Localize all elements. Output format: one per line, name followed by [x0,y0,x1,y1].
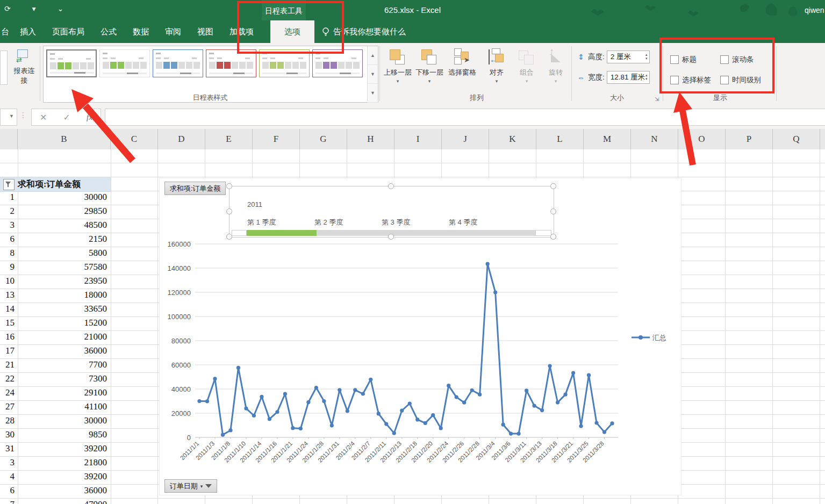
pivot-row-value[interactable]: 29850 [15,206,111,220]
dropdown-arrow-icon[interactable]: ▾ [383,78,413,84]
selection-handle[interactable] [226,183,232,189]
pivot-row[interactable]: 348500 [0,220,111,234]
arrange-button-align[interactable]: ←对齐▾ [482,48,512,84]
timeline-quarter-label[interactable]: 第 3 季度 [382,218,446,227]
pivot-row[interactable]: 1433650 [0,304,111,318]
column-header-L[interactable]: L [536,129,584,149]
arrange-button-selection-pane[interactable]: ➤选择窗格 [447,48,477,77]
insert-function-icon[interactable]: fx [87,113,92,122]
pivot-row-label[interactable]: 13 [0,290,15,304]
row-filter-icon[interactable] [3,179,15,190]
pivot-row[interactable]: 2741100 [0,401,111,415]
timeline-slicer[interactable]: 2011 第 1 季度第 2 季度第 3 季度第 4 季度 [229,186,554,237]
ribbon-tab[interactable]: 页面布局 [44,20,92,43]
name-box[interactable]: ▼ [0,109,17,126]
selection-handle[interactable] [550,208,556,214]
pivot-row-label[interactable]: 3 [0,220,15,234]
dropdown-arrow-icon[interactable]: ▾ [482,78,512,84]
name-box-dropdown-icon[interactable]: ▼ [9,113,14,119]
pivot-row-value[interactable]: 5800 [15,248,111,262]
pivot-row[interactable]: 321800 [0,457,111,471]
pivot-row[interactable]: 1318000 [0,290,111,304]
pivot-row[interactable]: 62150 [0,234,111,248]
arrange-button-bring-forward[interactable]: 上移一层▾ [383,48,413,84]
column-header-P[interactable]: P [726,129,773,149]
pivot-row-value[interactable]: 7700 [15,359,111,373]
timeline-style-blue[interactable] [153,49,203,77]
column-header-C[interactable]: C [111,129,158,149]
pivot-row-label[interactable]: 6 [0,485,15,499]
pivot-row-value[interactable]: 7300 [15,373,111,387]
pivot-row[interactable]: 130000 [0,192,111,206]
chart-value-field-button[interactable]: 求和项:订单金额 [164,182,226,195]
checkbox-unchecked[interactable] [670,76,679,84]
pivot-row-value[interactable]: 30000 [15,192,111,206]
pivot-row-label[interactable]: 10 [0,276,15,290]
formula-input[interactable] [105,109,825,126]
timeline-selected-range[interactable] [247,230,317,236]
timeline-track-end-cap[interactable] [535,230,551,236]
pivot-row-value[interactable]: 36000 [15,485,111,499]
pivot-row-value[interactable]: 23950 [15,276,111,290]
column-header-D[interactable]: D [158,129,205,149]
show-checkbox-item[interactable]: 标题 [670,55,697,64]
pivot-row-label[interactable]: 4 [0,471,15,485]
size-dialog-launcher-icon[interactable]: ⇲ [655,96,659,102]
selection-handle[interactable] [226,208,232,214]
pivot-row-value[interactable]: 18000 [15,290,111,304]
pivot-row-value[interactable]: 21000 [15,332,111,345]
pivot-row-label[interactable]: 28 [0,415,15,429]
pivot-row-label[interactable]: 1 [0,192,15,206]
pivot-row[interactable]: 85800 [0,248,111,262]
column-header-B[interactable]: B [18,129,111,149]
pivot-row-value[interactable]: 30000 [15,415,111,429]
pivot-row-label[interactable]: 22 [0,373,15,387]
account-user-name[interactable]: qiwen [805,0,825,20]
pivot-row[interactable]: 1736000 [0,345,111,359]
checkbox-unchecked[interactable] [670,55,679,64]
ribbon-tab[interactable]: 审阅 [157,20,189,43]
ribbon-tab[interactable]: 加载项 [221,20,262,43]
column-header-F[interactable]: F [253,129,300,149]
column-header-Q[interactable]: Q [773,129,820,149]
pivot-row-label[interactable]: 27 [0,401,15,415]
ribbon-tab[interactable]: 公式 [92,20,125,43]
timeline-track-start-cap[interactable] [232,230,247,236]
tell-me-box[interactable]: 告诉我你想要做什么 [314,20,413,43]
selection-handle[interactable] [550,234,556,240]
show-checkbox-item[interactable]: 时间级别 [720,75,761,85]
pivot-row[interactable]: 229850 [0,206,111,220]
pivot-row-label[interactable]: 30 [0,429,15,443]
timeline-style-green-light[interactable] [99,49,150,77]
pivot-row[interactable]: 3139200 [0,443,111,457]
enter-icon[interactable]: ✓ [63,112,70,123]
pivot-row[interactable]: 636000 [0,485,111,499]
timeline-style-purple[interactable] [312,49,363,77]
width-spinner[interactable]: ▲▼ [645,71,648,83]
timeline-quarter-label[interactable]: 第 2 季度 [314,218,379,227]
timeline-style-red[interactable] [206,49,256,77]
pivot-row-value[interactable]: 41100 [15,401,111,415]
pivot-row-value[interactable]: 29100 [15,387,111,401]
column-header-H[interactable]: H [347,129,394,149]
pivot-row-label[interactable]: 21 [0,359,15,373]
quick-access-toolbar[interactable]: ⟳ ▾ ⌄ [4,4,73,13]
pivot-row[interactable]: 1515200 [0,318,111,332]
pivot-row-value[interactable]: 39200 [15,443,111,457]
pivot-row-label[interactable]: 16 [0,332,15,345]
column-header-J[interactable]: J [442,129,489,149]
column-header-K[interactable]: K [489,129,536,149]
cancel-icon[interactable]: ✕ [40,112,47,123]
pivot-row-label[interactable]: 17 [0,345,15,359]
pivot-row-label[interactable]: 15 [0,318,15,332]
pivot-row-value[interactable]: 48500 [15,220,111,234]
arrange-button-send-backward[interactable]: 下移一层▾ [414,48,444,84]
checkbox-unchecked[interactable] [720,55,729,64]
ribbon-tab[interactable]: 数据 [125,20,157,43]
column-header-G[interactable]: G [300,129,347,149]
pivot-row-label[interactable]: 24 [0,387,15,401]
timeline-style-green-selected[interactable] [46,49,97,77]
selection-handle[interactable] [388,234,394,240]
pivot-row-label[interactable]: 3 [0,457,15,471]
pivot-row[interactable]: 439200 [0,471,111,485]
